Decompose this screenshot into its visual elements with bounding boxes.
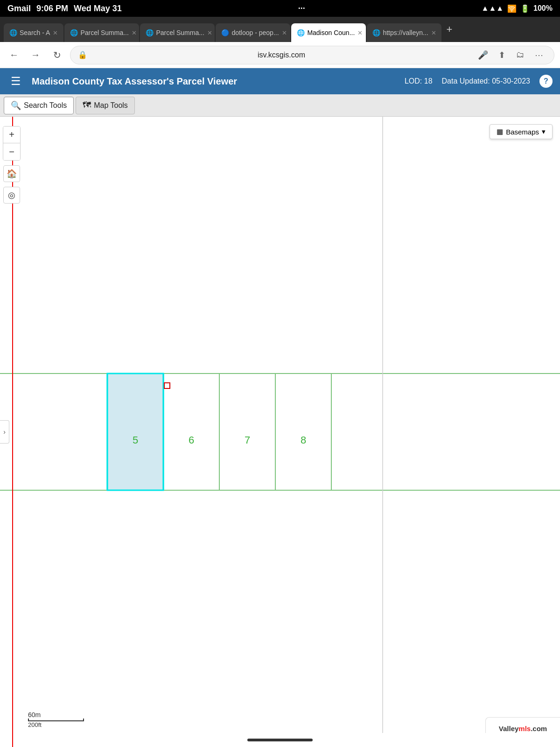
- data-updated-label: Data Updated: 05-30-2023: [442, 77, 530, 85]
- basemaps-button[interactable]: ▦ Basemaps ▾: [490, 124, 553, 139]
- tab-1-icon: 🌐: [9, 29, 17, 36]
- tab-6-label: https://valleyn...: [383, 29, 428, 36]
- tab-4-close[interactable]: ✕: [282, 29, 287, 36]
- lock-icon: 🔒: [78, 50, 87, 59]
- map-tools-icon: 🗺: [83, 100, 91, 110]
- tab-4[interactable]: 🔵 dotloop - peop... ✕: [216, 23, 290, 42]
- search-tools-icon: 🔍: [11, 100, 21, 111]
- tab-5-icon: 🌐: [297, 29, 304, 36]
- map-tools-button[interactable]: 🗺 Map Tools: [76, 97, 135, 114]
- share-button[interactable]: ⬆: [494, 48, 509, 63]
- scale-metric: 60m: [28, 711, 41, 719]
- zoom-in-button[interactable]: +: [3, 127, 20, 143]
- svg-rect-4: [107, 374, 163, 490]
- lod-label: LOD: 18: [405, 77, 433, 85]
- reload-button[interactable]: ↻: [49, 47, 65, 63]
- svg-text:8: 8: [301, 434, 306, 446]
- tab-6-icon: 🌐: [372, 29, 380, 36]
- address-bar[interactable]: 🔒 isv.kcsgis.com 🎤 ⬆ 🗂 ⋯: [70, 46, 554, 64]
- tab-3-icon: 🌐: [146, 29, 153, 36]
- tabs-button[interactable]: 🗂: [513, 48, 528, 63]
- svg-rect-9: [164, 383, 170, 388]
- tab-6-close[interactable]: ✕: [431, 29, 436, 36]
- new-tab-button[interactable]: +: [442, 21, 456, 37]
- zoom-out-button[interactable]: −: [3, 143, 20, 160]
- tab-5-active[interactable]: 🌐 Madison Coun... ✕: [291, 23, 366, 42]
- address-bar-row: ← → ↻ 🔒 isv.kcsgis.com 🎤 ⬆ 🗂 ⋯: [0, 42, 560, 68]
- map-area[interactable]: + − 🏠 ◎ › 5 6 7 8: [0, 117, 560, 747]
- tab-2-icon: 🌐: [70, 29, 77, 36]
- tab-5-label: Madison Coun...: [307, 29, 355, 36]
- help-button[interactable]: ?: [539, 75, 553, 88]
- tab-4-label: dotloop - peop...: [231, 29, 279, 36]
- tab-2-label: Parcel Summa...: [80, 29, 128, 36]
- status-time: 9:06 PM: [36, 4, 68, 14]
- tab-1[interactable]: 🌐 Search - A ✕: [4, 23, 63, 42]
- valley-mls-mls: mls: [518, 725, 531, 733]
- valley-mls-suffix: .com: [531, 725, 547, 733]
- collapse-panel-button[interactable]: ›: [0, 420, 9, 444]
- chevron-right-icon: ›: [3, 428, 6, 436]
- svg-text:5: 5: [133, 434, 138, 446]
- status-bar: Gmail 9:06 PM Wed May 31 ··· ▲▲▲ 🛜 🔋 100…: [0, 0, 560, 17]
- tab-3-close[interactable]: ✕: [207, 29, 212, 36]
- tab-2-close[interactable]: ✕: [132, 29, 137, 36]
- basemaps-label: Basemaps: [506, 128, 539, 136]
- home-button[interactable]: 🏠: [3, 165, 20, 182]
- battery-icon: 🔋: [520, 4, 530, 13]
- back-button[interactable]: ←: [6, 47, 22, 63]
- scale-imperial: 200ft: [28, 721, 84, 728]
- scale-bar: 60m 200ft: [28, 711, 84, 728]
- locate-button[interactable]: ◎: [3, 187, 20, 204]
- map-canvas: 5 6 7 8: [0, 117, 560, 747]
- status-day: Wed May 31: [74, 4, 122, 14]
- tab-4-icon: 🔵: [221, 29, 229, 36]
- tab-6[interactable]: 🌐 https://valleyn... ✕: [367, 23, 441, 42]
- home-indicator: [0, 733, 560, 747]
- forward-button[interactable]: →: [27, 47, 44, 63]
- menu-button[interactable]: ⋯: [532, 48, 546, 63]
- browser-tabs: 🌐 Search - A ✕ 🌐 Parcel Summa... ✕ 🌐 Par…: [0, 17, 560, 42]
- wifi-icon: 🛜: [507, 4, 517, 13]
- signal-icon: ▲▲▲: [482, 4, 504, 13]
- map-tools-label: Map Tools: [94, 101, 128, 110]
- app-title: Madison County Tax Assessor's Parcel Vie…: [32, 76, 397, 87]
- header-right: LOD: 18 Data Updated: 05-30-2023 ?: [405, 75, 553, 88]
- search-tools-label: Search Tools: [24, 101, 67, 110]
- svg-text:7: 7: [245, 434, 250, 446]
- gmail-label: Gmail: [7, 4, 31, 14]
- url-text: isv.kcsgis.com: [91, 51, 472, 59]
- basemaps-grid-icon: ▦: [497, 127, 503, 136]
- status-dots: ···: [298, 4, 305, 14]
- hamburger-button[interactable]: ☰: [7, 73, 24, 90]
- home-bar: [247, 739, 313, 741]
- tab-2[interactable]: 🌐 Parcel Summa... ✕: [64, 23, 139, 42]
- battery-percent: 100%: [533, 4, 553, 13]
- toolbar: 🔍 Search Tools 🗺 Map Tools: [0, 94, 560, 117]
- tab-5-close[interactable]: ✕: [357, 29, 363, 36]
- svg-text:6: 6: [189, 434, 194, 446]
- tab-1-close[interactable]: ✕: [53, 29, 58, 36]
- valley-mls-text: Valley: [499, 725, 519, 733]
- basemaps-chevron-icon: ▾: [542, 127, 546, 136]
- app-header: ☰ Madison County Tax Assessor's Parcel V…: [0, 68, 560, 94]
- tab-3-label: Parcel Summa...: [156, 29, 204, 36]
- mic-button[interactable]: 🎤: [476, 48, 490, 63]
- tab-3[interactable]: 🌐 Parcel Summa... ✕: [140, 23, 215, 42]
- tab-1-label: Search - A: [20, 29, 50, 36]
- zoom-controls: + −: [3, 126, 21, 161]
- search-tools-button[interactable]: 🔍 Search Tools: [4, 97, 74, 114]
